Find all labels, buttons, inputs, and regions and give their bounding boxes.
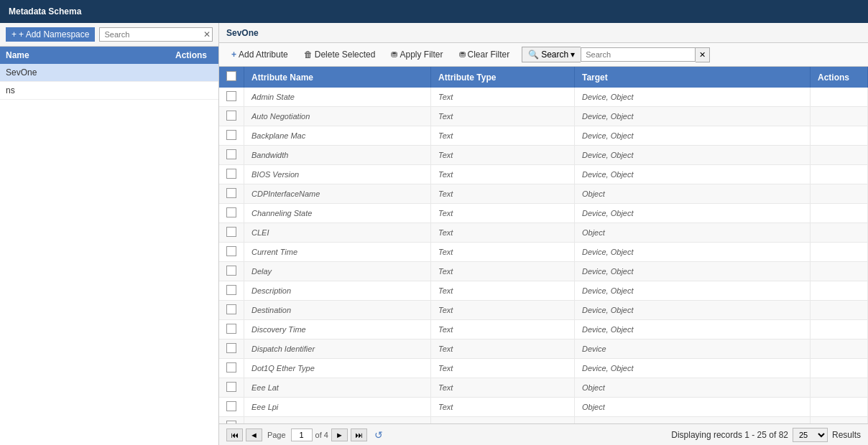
table-row: Backplane MacTextDevice, Object (219, 126, 868, 146)
actions-cell (811, 88, 868, 107)
target-cell: Device, Object (575, 262, 811, 281)
attribute-name-cell: CDPInterfaceName (244, 184, 431, 204)
plus-icon: + (11, 29, 17, 39)
attribute-type-cell: Text (431, 301, 575, 320)
table-row: DelayTextDevice, Object (219, 262, 868, 281)
apply-filter-button[interactable]: ⛃ Apply Filter (384, 47, 449, 62)
target-cell: Device, Object (575, 126, 811, 146)
right-header: SevOne (219, 23, 868, 43)
attribute-type-cell: Text (431, 398, 575, 417)
row-checkbox-cell (219, 126, 244, 146)
clear-filter-button[interactable]: ⛃ Clear Filter (453, 47, 517, 62)
row-checkbox-cell (219, 184, 244, 204)
row-checkbox[interactable] (226, 169, 236, 179)
row-checkbox[interactable] (226, 227, 236, 237)
row-checkbox-cell (219, 339, 244, 359)
app-header: Metadata Schema (0, 0, 868, 23)
actions-cell (811, 204, 868, 223)
next-page-button[interactable]: ► (331, 428, 348, 441)
row-checkbox[interactable] (226, 266, 236, 276)
attribute-name-cell: Backplane Mac (244, 126, 431, 146)
row-checkbox[interactable] (226, 362, 236, 373)
actions-column-header: Actions (170, 50, 213, 60)
delete-selected-button[interactable]: 🗑 Delete Selected (297, 47, 382, 62)
actions-cell (811, 243, 868, 262)
attribute-type-cell: Text (431, 107, 575, 126)
target-cell: Device, Object (575, 107, 811, 126)
page-number-input[interactable] (291, 428, 313, 441)
row-checkbox-cell (219, 320, 244, 339)
left-toolbar: + + Add Namespace ✕ (0, 23, 218, 47)
row-checkbox[interactable] (226, 246, 236, 256)
prev-page-button[interactable]: ◄ (246, 428, 262, 441)
attribute-name-cell: BIOS Version (244, 165, 431, 184)
right-panel: SevOne + Add Attribute 🗑 Delete Selected… (219, 23, 868, 445)
row-checkbox-cell (219, 417, 244, 424)
attribute-type-cell: Text (431, 204, 575, 223)
table-row: Eee LatTextObject (219, 378, 868, 398)
namespace-search-input[interactable] (99, 27, 213, 42)
chevron-down-icon: ▾ (571, 50, 575, 60)
search-dropdown-button[interactable]: 🔍 Search ▾ (522, 47, 581, 62)
actions-cell (811, 301, 868, 320)
actions-cell (811, 262, 868, 281)
row-checkbox[interactable] (226, 207, 236, 217)
row-checkbox[interactable] (226, 188, 236, 198)
target-cell: Device, Object (575, 88, 811, 107)
actions-cell (811, 146, 868, 165)
actions-cell (811, 107, 868, 126)
attribute-name-cell: Destination (244, 301, 431, 320)
row-checkbox-cell (219, 165, 244, 184)
table-row: DestinationTextDevice, Object (219, 301, 868, 320)
table-row: Auto NegotiationTextDevice, Object (219, 107, 868, 126)
target-cell: Object (575, 417, 811, 424)
table-row: Discovery TimeTextDevice, Object (219, 320, 868, 339)
actions-cell (811, 165, 868, 184)
row-checkbox[interactable] (226, 343, 236, 353)
left-panel: + + Add Namespace ✕ Name Actions SevOne … (0, 23, 219, 445)
target-cell: Object (575, 223, 811, 243)
attribute-type-cell: Text (431, 359, 575, 378)
add-attribute-button[interactable]: + Add Attribute (225, 47, 295, 62)
row-checkbox[interactable] (226, 401, 236, 411)
row-checkbox[interactable] (226, 130, 236, 140)
attribute-type-cell: Text (431, 339, 575, 359)
per-page-select[interactable]: 25 50 100 (793, 428, 828, 442)
actions-cell (811, 126, 868, 146)
row-checkbox[interactable] (226, 111, 236, 121)
namespace-item-ns[interactable]: ns (0, 82, 218, 100)
attribute-name-cell: Channeling State (244, 204, 431, 223)
target-cell: Device, Object (575, 146, 811, 165)
target-cell: Device, Object (575, 204, 811, 223)
attribute-type-cell: Text (431, 243, 575, 262)
attribute-name-cell: Dot1Q Ether Type (244, 359, 431, 378)
attribute-table-container: Attribute Name Attribute Type Target Act… (219, 67, 868, 423)
refresh-button[interactable]: ↺ (374, 429, 383, 441)
attribute-type-cell: Text (431, 184, 575, 204)
row-checkbox[interactable] (226, 285, 236, 295)
select-all-checkbox[interactable] (226, 71, 236, 81)
page-label: Page (267, 431, 286, 439)
target-cell: Object (575, 398, 811, 417)
attribute-search-clear-button[interactable]: ✕ (696, 47, 710, 62)
plus-icon: + (231, 50, 236, 60)
add-namespace-button[interactable]: + + Add Namespace (6, 27, 95, 42)
row-checkbox[interactable] (226, 91, 236, 101)
table-row: DescriptionTextDevice, Object (219, 281, 868, 301)
row-checkbox[interactable] (226, 149, 236, 159)
target-cell: Device, Object (575, 320, 811, 339)
namespace-search-clear-button[interactable]: ✕ (203, 30, 211, 39)
row-checkbox[interactable] (226, 324, 236, 334)
results-label: Results (832, 430, 861, 440)
attribute-name-cell: Admin State (244, 88, 431, 107)
last-page-button[interactable]: ⏭ (351, 428, 367, 441)
row-checkbox[interactable] (226, 382, 236, 392)
row-checkbox-cell (219, 262, 244, 281)
row-checkbox[interactable] (226, 304, 236, 314)
namespace-list: SevOne ns (0, 64, 218, 100)
row-checkbox-cell (219, 281, 244, 301)
namespace-item-sevone[interactable]: SevOne (0, 64, 218, 82)
target-cell: Device, Object (575, 301, 811, 320)
first-page-button[interactable]: ⏮ (226, 428, 243, 441)
attribute-search-input[interactable] (581, 47, 696, 62)
